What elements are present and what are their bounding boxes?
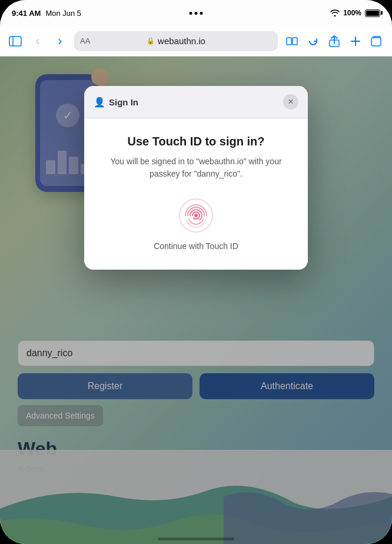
svg-rect-2 xyxy=(287,38,291,45)
fingerprint-icon xyxy=(177,197,215,234)
modal-header: 👤 Sign In × xyxy=(84,86,308,118)
browser-toolbar: ‹ › AA 🔒 webauthn.io xyxy=(0,26,392,57)
back-icon: ‹ xyxy=(35,35,39,48)
reader-icon xyxy=(286,37,298,46)
svg-rect-3 xyxy=(293,38,297,45)
svg-rect-0 xyxy=(9,37,21,46)
status-date: Mon Jun 5 xyxy=(45,9,81,18)
modal-subtitle-text: You will be signed in to "webauthn.io" w… xyxy=(98,155,294,180)
share-icon xyxy=(329,35,340,47)
refresh-icon xyxy=(308,36,318,47)
tabs-icon xyxy=(371,36,383,47)
modal-main-title: Use Touch ID to sign in? xyxy=(98,135,294,148)
status-time: 9:41 AM xyxy=(12,9,41,18)
add-tab-button[interactable] xyxy=(347,33,364,49)
touchid-label: Continue with Touch ID xyxy=(154,241,238,251)
sign-in-modal: 👤 Sign In × Use Touch ID to sign in? You… xyxy=(84,86,308,270)
url-text: webauthn.io xyxy=(158,36,205,46)
svg-rect-7 xyxy=(371,38,381,46)
status-bar: 9:41 AM Mon Jun 5 100% xyxy=(0,0,392,26)
dot-1 xyxy=(190,12,192,15)
modal-body: Use Touch ID to sign in? You will be sig… xyxy=(84,118,308,270)
refresh-button[interactable] xyxy=(305,33,321,49)
status-bar-right: 100% xyxy=(330,9,380,17)
device-frame: 9:41 AM Mon Jun 5 100% xyxy=(0,0,392,544)
sidebar-toggle-button[interactable] xyxy=(7,33,24,49)
reader-button[interactable] xyxy=(284,33,300,49)
toolbar-right xyxy=(284,33,385,49)
status-bar-center xyxy=(190,12,203,15)
back-button[interactable]: ‹ xyxy=(29,33,46,49)
modal-title-area: 👤 Sign In xyxy=(94,97,138,108)
status-bar-left: 9:41 AM Mon Jun 5 xyxy=(12,9,81,18)
modal-close-button[interactable]: × xyxy=(283,94,298,110)
forward-icon: › xyxy=(58,35,62,48)
modal-user-icon: 👤 xyxy=(94,97,105,108)
add-icon xyxy=(350,36,361,47)
svg-point-9 xyxy=(194,214,198,217)
battery-fill xyxy=(366,11,379,16)
touchid-container: Continue with Touch ID xyxy=(98,197,294,251)
address-bar[interactable]: AA 🔒 webauthn.io xyxy=(74,31,278,51)
dot-3 xyxy=(200,12,203,15)
forward-button[interactable]: › xyxy=(52,33,68,49)
battery-percent: 100% xyxy=(343,9,361,17)
close-icon: × xyxy=(288,97,293,107)
tabs-button[interactable] xyxy=(368,33,385,49)
main-content: ✓ xyxy=(0,57,392,544)
dot-2 xyxy=(195,12,198,15)
modal-header-title-text: Sign In xyxy=(109,97,138,107)
battery-icon xyxy=(365,9,380,17)
wifi-icon xyxy=(330,9,340,16)
font-size-label: AA xyxy=(80,37,90,45)
lock-icon: 🔒 xyxy=(147,37,155,45)
share-button[interactable] xyxy=(326,33,343,49)
modal-overlay: 👤 Sign In × Use Touch ID to sign in? You… xyxy=(0,57,392,544)
